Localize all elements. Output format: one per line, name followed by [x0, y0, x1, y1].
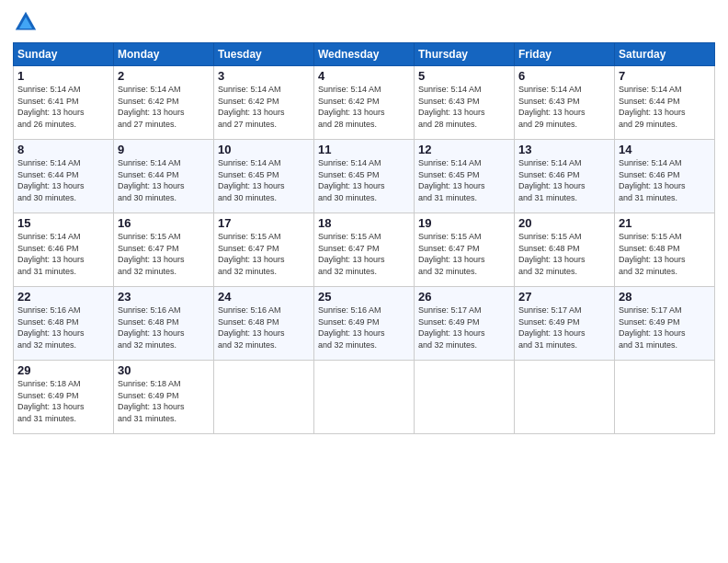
calendar-day: 5 Sunrise: 5:14 AMSunset: 6:43 PMDayligh…: [415, 66, 515, 140]
calendar-week-row: 15 Sunrise: 5:14 AMSunset: 6:46 PMDaylig…: [14, 213, 715, 287]
day-info: Sunrise: 5:14 AMSunset: 6:43 PMDaylight:…: [418, 85, 485, 129]
calendar-day: 16 Sunrise: 5:15 AMSunset: 6:47 PMDaylig…: [114, 213, 214, 287]
day-number: 18: [318, 216, 410, 230]
day-info: Sunrise: 5:15 AMSunset: 6:47 PMDaylight:…: [418, 232, 485, 276]
day-number: 26: [418, 290, 510, 304]
day-number: 8: [17, 143, 109, 156]
calendar-body: 1 Sunrise: 5:14 AMSunset: 6:41 PMDayligh…: [14, 66, 715, 434]
day-info: Sunrise: 5:14 AMSunset: 6:45 PMDaylight:…: [318, 158, 385, 202]
logo-icon: [13, 9, 39, 35]
day-number: 23: [118, 290, 210, 304]
calendar-day: 8 Sunrise: 5:14 AMSunset: 6:44 PMDayligh…: [14, 140, 114, 213]
calendar-day: 27 Sunrise: 5:17 AMSunset: 6:49 PMDaylig…: [515, 287, 615, 361]
calendar-day: 20 Sunrise: 5:15 AMSunset: 6:48 PMDaylig…: [515, 213, 615, 287]
day-info: Sunrise: 5:14 AMSunset: 6:45 PMDaylight:…: [218, 158, 285, 202]
day-number: 16: [118, 216, 210, 230]
calendar-day: 30 Sunrise: 5:18 AMSunset: 6:49 PMDaylig…: [114, 361, 214, 434]
day-number: 19: [418, 216, 510, 230]
day-info: Sunrise: 5:17 AMSunset: 6:49 PMDaylight:…: [518, 305, 586, 350]
day-info: Sunrise: 5:16 AMSunset: 6:48 PMDaylight:…: [218, 305, 285, 350]
day-info: Sunrise: 5:16 AMSunset: 6:48 PMDaylight:…: [118, 305, 185, 350]
day-info: Sunrise: 5:14 AMSunset: 6:45 PMDaylight:…: [418, 158, 485, 202]
calendar: SundayMondayTuesdayWednesdayThursdayFrid…: [13, 42, 715, 434]
page: SundayMondayTuesdayWednesdayThursdayFrid…: [0, 0, 728, 563]
empty-day: [615, 361, 715, 434]
day-number: 25: [318, 290, 410, 304]
day-number: 30: [118, 363, 210, 377]
weekday-header: Sunday: [14, 43, 114, 66]
calendar-week-row: 8 Sunrise: 5:14 AMSunset: 6:44 PMDayligh…: [14, 140, 715, 213]
day-info: Sunrise: 5:18 AMSunset: 6:49 PMDaylight:…: [118, 379, 185, 423]
day-info: Sunrise: 5:15 AMSunset: 6:48 PMDaylight:…: [518, 232, 586, 276]
day-info: Sunrise: 5:14 AMSunset: 6:42 PMDaylight:…: [218, 85, 285, 129]
day-number: 22: [17, 290, 109, 304]
calendar-week-row: 22 Sunrise: 5:16 AMSunset: 6:48 PMDaylig…: [14, 287, 715, 361]
day-number: 2: [118, 69, 210, 83]
day-info: Sunrise: 5:14 AMSunset: 6:44 PMDaylight:…: [17, 158, 85, 202]
empty-day: [214, 361, 314, 434]
day-number: 6: [518, 69, 610, 83]
day-info: Sunrise: 5:15 AMSunset: 6:47 PMDaylight:…: [218, 232, 285, 276]
calendar-day: 2 Sunrise: 5:14 AMSunset: 6:42 PMDayligh…: [114, 66, 214, 140]
day-info: Sunrise: 5:16 AMSunset: 6:49 PMDaylight:…: [318, 305, 385, 350]
weekday-header: Friday: [515, 43, 615, 66]
calendar-day: 24 Sunrise: 5:16 AMSunset: 6:48 PMDaylig…: [214, 287, 314, 361]
calendar-day: 28 Sunrise: 5:17 AMSunset: 6:49 PMDaylig…: [615, 287, 715, 361]
day-number: 1: [17, 69, 109, 83]
day-info: Sunrise: 5:14 AMSunset: 6:44 PMDaylight:…: [619, 85, 686, 129]
weekday-header: Monday: [114, 43, 214, 66]
day-info: Sunrise: 5:18 AMSunset: 6:49 PMDaylight:…: [17, 379, 85, 423]
calendar-day: 10 Sunrise: 5:14 AMSunset: 6:45 PMDaylig…: [214, 140, 314, 213]
day-number: 11: [318, 143, 410, 156]
day-info: Sunrise: 5:15 AMSunset: 6:48 PMDaylight:…: [619, 232, 686, 276]
calendar-day: 9 Sunrise: 5:14 AMSunset: 6:44 PMDayligh…: [114, 140, 214, 213]
calendar-day: 12 Sunrise: 5:14 AMSunset: 6:45 PMDaylig…: [415, 140, 515, 213]
day-number: 3: [218, 69, 310, 83]
calendar-day: 25 Sunrise: 5:16 AMSunset: 6:49 PMDaylig…: [314, 287, 415, 361]
day-number: 15: [17, 216, 109, 230]
day-number: 20: [518, 216, 610, 230]
day-info: Sunrise: 5:14 AMSunset: 6:46 PMDaylight:…: [17, 232, 85, 276]
day-number: 10: [218, 143, 310, 156]
day-info: Sunrise: 5:15 AMSunset: 6:47 PMDaylight:…: [118, 232, 185, 276]
day-number: 14: [619, 143, 711, 156]
day-number: 4: [318, 69, 410, 83]
header: [13, 9, 715, 35]
logo: [13, 9, 40, 35]
day-number: 5: [418, 69, 510, 83]
calendar-week-row: 1 Sunrise: 5:14 AMSunset: 6:41 PMDayligh…: [14, 66, 715, 140]
calendar-day: 4 Sunrise: 5:14 AMSunset: 6:42 PMDayligh…: [314, 66, 415, 140]
calendar-day: 18 Sunrise: 5:15 AMSunset: 6:47 PMDaylig…: [314, 213, 415, 287]
day-info: Sunrise: 5:14 AMSunset: 6:43 PMDaylight:…: [518, 85, 586, 129]
calendar-day: 29 Sunrise: 5:18 AMSunset: 6:49 PMDaylig…: [14, 361, 114, 434]
weekday-header: Tuesday: [214, 43, 314, 66]
day-info: Sunrise: 5:16 AMSunset: 6:48 PMDaylight:…: [17, 305, 85, 350]
calendar-day: 19 Sunrise: 5:15 AMSunset: 6:47 PMDaylig…: [415, 213, 515, 287]
day-info: Sunrise: 5:14 AMSunset: 6:42 PMDaylight:…: [318, 85, 385, 129]
day-number: 17: [218, 216, 310, 230]
day-info: Sunrise: 5:14 AMSunset: 6:46 PMDaylight:…: [619, 158, 686, 202]
weekday-row: SundayMondayTuesdayWednesdayThursdayFrid…: [14, 43, 715, 66]
day-info: Sunrise: 5:14 AMSunset: 6:41 PMDaylight:…: [17, 85, 85, 129]
day-info: Sunrise: 5:14 AMSunset: 6:42 PMDaylight:…: [118, 85, 185, 129]
calendar-day: 1 Sunrise: 5:14 AMSunset: 6:41 PMDayligh…: [14, 66, 114, 140]
weekday-header: Wednesday: [314, 43, 415, 66]
weekday-header: Saturday: [615, 43, 715, 66]
day-number: 12: [418, 143, 510, 156]
calendar-day: 6 Sunrise: 5:14 AMSunset: 6:43 PMDayligh…: [515, 66, 615, 140]
calendar-day: 26 Sunrise: 5:17 AMSunset: 6:49 PMDaylig…: [415, 287, 515, 361]
calendar-day: 22 Sunrise: 5:16 AMSunset: 6:48 PMDaylig…: [14, 287, 114, 361]
calendar-day: 14 Sunrise: 5:14 AMSunset: 6:46 PMDaylig…: [615, 140, 715, 213]
day-info: Sunrise: 5:17 AMSunset: 6:49 PMDaylight:…: [418, 305, 485, 350]
day-number: 9: [118, 143, 210, 156]
day-number: 21: [619, 216, 711, 230]
calendar-day: 21 Sunrise: 5:15 AMSunset: 6:48 PMDaylig…: [615, 213, 715, 287]
day-number: 24: [218, 290, 310, 304]
day-number: 27: [518, 290, 610, 304]
day-info: Sunrise: 5:15 AMSunset: 6:47 PMDaylight:…: [318, 232, 385, 276]
day-info: Sunrise: 5:17 AMSunset: 6:49 PMDaylight:…: [619, 305, 686, 350]
calendar-day: 3 Sunrise: 5:14 AMSunset: 6:42 PMDayligh…: [214, 66, 314, 140]
day-number: 13: [518, 143, 610, 156]
calendar-day: 13 Sunrise: 5:14 AMSunset: 6:46 PMDaylig…: [515, 140, 615, 213]
day-number: 29: [17, 363, 109, 377]
